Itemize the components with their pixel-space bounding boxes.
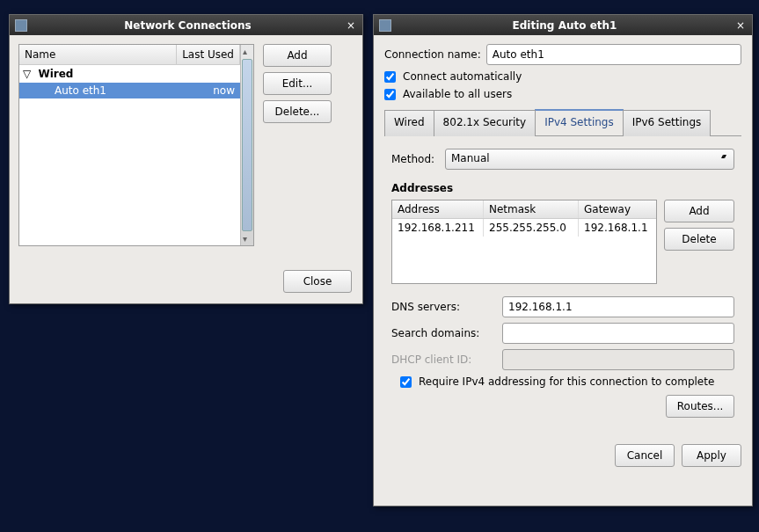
connections-list[interactable]: Name Last Used ▽ Wired Auto eth1 now: [18, 44, 254, 246]
apply-button[interactable]: Apply: [682, 444, 741, 467]
item-name: Auto eth1: [55, 84, 213, 97]
network-connections-window: Network Connections × Name Last Used ▽ W…: [9, 14, 363, 304]
ed-titlebar[interactable]: Editing Auto eth1 ×: [374, 15, 752, 35]
window-icon: [15, 19, 27, 32]
addr-delete-button[interactable]: Delete: [664, 228, 734, 251]
connect-auto-checkbox[interactable]: [384, 71, 396, 83]
dns-label: DNS servers:: [391, 301, 497, 313]
all-users-label: Available to all users: [403, 88, 512, 100]
tab-ipv6[interactable]: IPv6 Settings: [623, 110, 712, 136]
all-users-checkbox[interactable]: [384, 89, 396, 100]
col-gateway[interactable]: Gateway: [579, 200, 656, 218]
close-button[interactable]: Close: [283, 270, 352, 293]
dhcp-client-input: [502, 349, 734, 370]
delete-button[interactable]: Delete...: [263, 100, 332, 123]
nc-button-stack: Add Edit... Delete...: [263, 44, 332, 246]
dns-input[interactable]: [502, 296, 734, 317]
list-header: Name Last Used: [19, 45, 240, 65]
ed-title: Editing Auto eth1: [395, 19, 734, 32]
col-name[interactable]: Name: [19, 45, 177, 64]
chevron-down-icon: ▽: [23, 68, 31, 80]
edit-button[interactable]: Edit...: [263, 72, 332, 95]
cell-address: 192.168.1.211: [392, 219, 484, 237]
search-domains-label: Search domains:: [391, 327, 497, 339]
method-select[interactable]: Manual: [445, 149, 734, 170]
addresses-label: Addresses: [391, 182, 734, 194]
require-ipv4-label: Require IPv4 addressing for this connect…: [419, 375, 714, 388]
item-last-used: now: [213, 84, 235, 97]
nc-titlebar[interactable]: Network Connections ×: [10, 15, 362, 35]
tab-ipv4[interactable]: IPv4 Settings: [535, 109, 624, 135]
method-value: Manual: [451, 152, 490, 164]
method-label: Method:: [391, 153, 440, 165]
window-icon: [379, 19, 391, 32]
list-item[interactable]: Auto eth1 now: [19, 83, 240, 98]
tab-8021x[interactable]: 802.1x Security: [434, 110, 536, 136]
table-row[interactable]: 192.168.1.211 255.255.255.0 192.168.1.1: [392, 219, 656, 237]
group-label: Wired: [38, 68, 73, 80]
scroll-thumb[interactable]: [242, 59, 252, 231]
close-icon[interactable]: ×: [734, 19, 747, 32]
dhcp-client-label: DHCP client ID:: [391, 353, 497, 366]
search-domains-input[interactable]: [502, 323, 734, 344]
cell-gateway: 192.168.1.1: [579, 219, 656, 237]
group-wired[interactable]: ▽ Wired: [19, 65, 240, 83]
conn-name-input[interactable]: [486, 44, 741, 65]
connect-auto-label: Connect automatically: [403, 70, 522, 83]
ed-body: Connection name: Connect automatically A…: [374, 35, 752, 435]
address-table[interactable]: Address Netmask Gateway 192.168.1.211 25…: [391, 200, 657, 284]
col-last-used[interactable]: Last Used: [177, 45, 240, 64]
cell-netmask: 255.255.255.0: [484, 219, 579, 237]
col-netmask[interactable]: Netmask: [484, 200, 579, 218]
scrollbar[interactable]: [240, 45, 253, 245]
dialog-actions: Cancel Apply: [374, 435, 752, 477]
nc-title: Network Connections: [31, 19, 345, 32]
cancel-button[interactable]: Cancel: [615, 444, 675, 467]
ipv4-panel: Method: Manual Addresses Address Netmask…: [384, 136, 741, 426]
close-icon[interactable]: ×: [345, 19, 357, 32]
col-address[interactable]: Address: [392, 200, 484, 218]
conn-name-label: Connection name:: [384, 48, 481, 61]
add-button[interactable]: Add: [263, 44, 332, 67]
nc-body: Name Last Used ▽ Wired Auto eth1 now Add…: [10, 35, 362, 255]
routes-button[interactable]: Routes...: [666, 395, 734, 418]
editing-window: Editing Auto eth1 × Connection name: Con…: [373, 14, 753, 506]
addr-add-button[interactable]: Add: [664, 200, 734, 222]
require-ipv4-checkbox[interactable]: [400, 376, 412, 388]
tabs: Wired 802.1x Security IPv4 Settings IPv6…: [384, 109, 741, 136]
tab-wired[interactable]: Wired: [384, 110, 434, 136]
